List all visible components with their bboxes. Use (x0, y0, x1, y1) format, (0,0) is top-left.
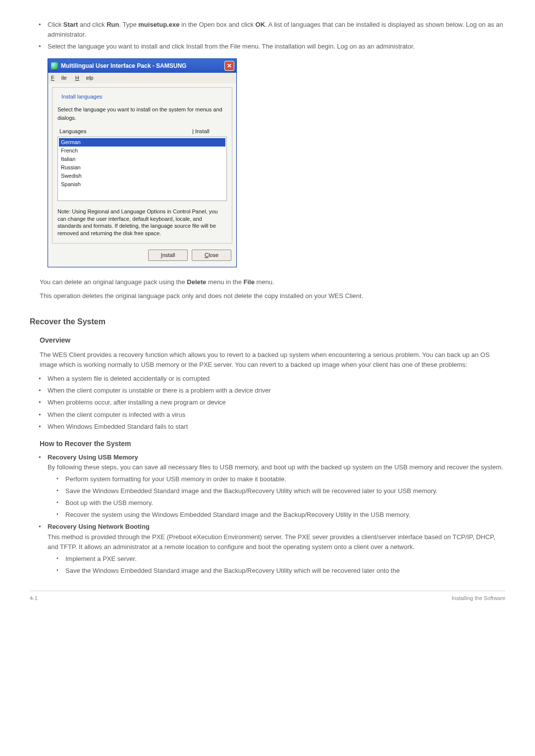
usb-title: Recovery Using USB Memory (48, 454, 138, 461)
network-steps: Implement a PXE server. Save the Windows… (48, 554, 505, 576)
note-text: Note: Using Regional and Language Option… (57, 208, 227, 237)
menu-file[interactable]: File (51, 75, 67, 81)
bold: Run (107, 21, 119, 28)
text: Click (48, 21, 63, 28)
lang-item-german[interactable]: German (59, 138, 225, 147)
network-method: Recovery Using Network Booting This meth… (39, 522, 505, 576)
text: and click (78, 21, 107, 28)
text: . Type (119, 21, 139, 28)
bold: OK (256, 21, 266, 28)
delete-note-2: This operation deletes the original lang… (40, 291, 505, 301)
overview-item: When problems occur, after installing a … (39, 398, 505, 407)
lang-item-swedish[interactable]: Swedish (59, 172, 225, 180)
lang-item-spanish[interactable]: Spanish (59, 180, 225, 189)
text: Select the language you want to install … (48, 43, 415, 50)
usb-intro: By following these steps, you can save a… (48, 462, 505, 472)
button-row: Install Close (48, 248, 236, 267)
lang-item-russian[interactable]: Russian (59, 163, 225, 172)
text: in the Open box and click (179, 21, 255, 28)
intro-bullet-1: Click Start and click Run. Type muisetup… (39, 20, 505, 40)
titlebar: Multilingual User Interface Pack - SAMSU… (48, 59, 236, 73)
overview-paragraph: The WES Client provides a recovery funct… (40, 350, 505, 370)
col-languages: Languages (57, 127, 192, 136)
delete-note-1: You can delete an original language pack… (40, 277, 505, 287)
network-intro: This method is provided through the PXE … (48, 532, 505, 552)
section-title: Installing the Software (452, 594, 505, 603)
usb-steps: Perform system formatting for your USB m… (48, 474, 505, 520)
network-step: Implement a PXE server. (56, 554, 505, 564)
overview-heading: Overview (40, 335, 505, 346)
close-button[interactable]: ✕ (224, 61, 234, 71)
col-install: | Install (192, 127, 227, 136)
page-footer: 4-1 Installing the Software (30, 591, 505, 603)
install-languages-group: Install languages Select the language yo… (52, 87, 232, 244)
overview-item: When the client computer is infected wit… (39, 410, 505, 420)
usb-step: Perform system formatting for your USB m… (56, 474, 505, 484)
usb-method: Recovery Using USB Memory By following t… (39, 453, 505, 520)
overview-item: When Windows Embedded Standard fails to … (39, 422, 505, 432)
dialog-title: Multilingual User Interface Pack - SAMSU… (61, 61, 186, 71)
instruction-text: Select the language you want to install … (57, 105, 227, 122)
language-listbox[interactable]: German French Italian Russian Swedish Sp… (57, 137, 227, 201)
intro-bullet-2: Select the language you want to install … (39, 42, 505, 51)
usb-step: Boot up with the USB memory. (56, 498, 505, 508)
bold: muisetup.exe (138, 21, 179, 28)
menu-help[interactable]: Help (75, 75, 94, 81)
install-button[interactable]: Install (148, 250, 188, 261)
overview-list: When a system file is deleted accidental… (30, 374, 505, 432)
network-step: Save the Windows Embedded Standard image… (56, 566, 505, 576)
lang-item-italian[interactable]: Italian (59, 155, 225, 163)
list-header: Languages | Install (57, 127, 227, 136)
usb-step: Recover the system using the Windows Emb… (56, 510, 505, 520)
lang-item-french[interactable]: French (59, 147, 225, 155)
app-icon (51, 62, 58, 69)
page-number: 4-1 (30, 594, 38, 603)
how-to-heading: How to Recover the System (40, 439, 505, 450)
overview-item: When the client computer is unstable or … (39, 386, 505, 396)
menubar: File Help (48, 73, 236, 83)
overview-item: When a system file is deleted accidental… (39, 374, 505, 384)
recovery-methods-list: Recovery Using USB Memory By following t… (30, 453, 505, 576)
intro-bullet-list: Click Start and click Run. Type muisetup… (30, 20, 505, 51)
mui-dialog: Multilingual User Interface Pack - SAMSU… (48, 58, 237, 267)
recover-heading: Recover the System (30, 316, 505, 328)
network-title: Recovery Using Network Booting (48, 523, 150, 530)
usb-step: Save the Windows Embedded Standard image… (56, 486, 505, 496)
group-label: Install languages (59, 93, 105, 101)
bold: Start (63, 21, 78, 28)
close-button-bottom[interactable]: Close (192, 250, 231, 261)
